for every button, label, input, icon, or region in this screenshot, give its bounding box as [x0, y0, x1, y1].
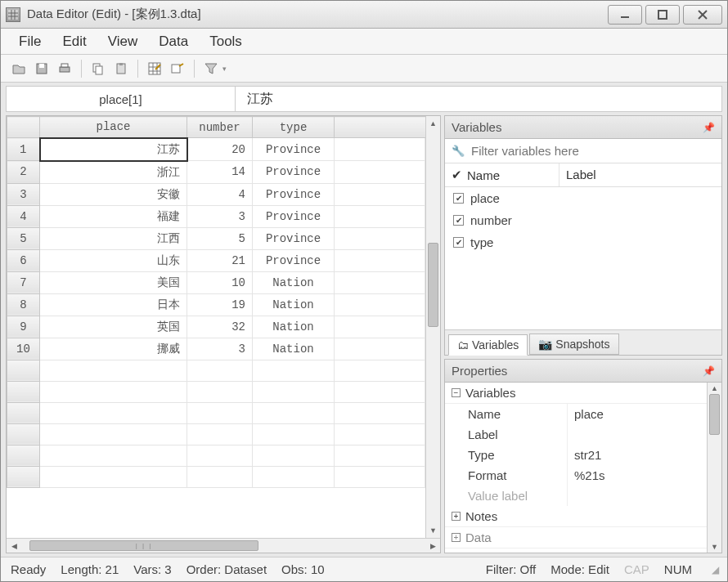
- close-button[interactable]: [683, 5, 722, 25]
- property-value[interactable]: %21s: [568, 465, 707, 486]
- maximize-button[interactable]: [645, 5, 680, 25]
- scroll-right-icon[interactable]: ▶: [425, 542, 440, 550]
- grid-edit-icon[interactable]: [145, 59, 164, 78]
- cell-place[interactable]: 日本: [40, 293, 187, 316]
- checkbox-icon[interactable]: ✔: [453, 193, 464, 204]
- scroll-hthumb[interactable]: | | |: [29, 540, 258, 551]
- pin-icon[interactable]: 📌: [703, 365, 715, 377]
- property-row[interactable]: Typestr21: [445, 445, 707, 465]
- cell-type[interactable]: Province: [253, 183, 335, 205]
- scroll-thumb[interactable]: [428, 243, 438, 327]
- row-header[interactable]: 8: [7, 293, 40, 316]
- properties-scrollbar[interactable]: ▲ ▼: [707, 383, 721, 553]
- checkbox-icon[interactable]: ✔: [453, 237, 464, 248]
- variables-filter-input[interactable]: [471, 144, 715, 158]
- copy-icon[interactable]: [88, 59, 108, 78]
- property-value[interactable]: [568, 486, 707, 506]
- row-header[interactable]: 5: [7, 227, 40, 249]
- filter-icon[interactable]: [201, 59, 221, 78]
- menu-edit[interactable]: Edit: [56, 30, 92, 53]
- row-header[interactable]: 10: [7, 338, 40, 360]
- row-header[interactable]: 6: [7, 249, 40, 271]
- expand-icon[interactable]: +: [452, 533, 461, 542]
- row-header[interactable]: 2: [7, 161, 40, 184]
- cell-number[interactable]: 19: [187, 293, 253, 316]
- tab-variables[interactable]: 🗂 Variables: [448, 334, 528, 356]
- row-header[interactable]: 9: [7, 316, 40, 338]
- cell-type[interactable]: Province: [253, 138, 335, 161]
- table-row[interactable]: 1江苏20Province: [7, 138, 425, 161]
- grid-vertical-scrollbar[interactable]: ▲ ▼: [425, 116, 440, 538]
- tab-snapshots[interactable]: 📷 Snapshots: [529, 334, 618, 355]
- cell-type[interactable]: Province: [253, 249, 335, 271]
- variable-item[interactable]: ✔number: [445, 209, 721, 231]
- cell-number[interactable]: 20: [187, 138, 253, 161]
- table-row[interactable]: 10挪威3Nation: [7, 338, 425, 360]
- table-row[interactable]: 9英国32Nation: [7, 316, 425, 338]
- col-header-number[interactable]: number: [187, 117, 253, 138]
- menu-view[interactable]: View: [101, 30, 145, 53]
- cell-place[interactable]: 江苏: [40, 138, 187, 161]
- cell-value-input[interactable]: 江苏: [236, 87, 721, 111]
- label-icon[interactable]: [168, 59, 187, 78]
- property-value[interactable]: place: [568, 404, 707, 424]
- scroll-up-icon[interactable]: ▲: [708, 383, 721, 394]
- cell-place[interactable]: 山东: [40, 249, 187, 271]
- props-group-variables[interactable]: − Variables: [445, 383, 707, 404]
- col-header-place[interactable]: place: [40, 117, 187, 138]
- row-header[interactable]: 7: [7, 271, 40, 293]
- grid-horizontal-scrollbar[interactable]: ◀ | | | ▶: [7, 538, 440, 553]
- cell-type[interactable]: Province: [253, 161, 335, 184]
- cell-number[interactable]: 21: [187, 249, 253, 271]
- cell-place[interactable]: 美国: [40, 271, 187, 293]
- col-header-type[interactable]: type: [253, 117, 335, 138]
- paste-icon[interactable]: [111, 59, 131, 78]
- menu-file[interactable]: File: [12, 30, 47, 53]
- scroll-down-icon[interactable]: ▼: [426, 523, 440, 538]
- props-group-data[interactable]: + Data: [445, 527, 707, 548]
- menu-tools[interactable]: Tools: [203, 30, 249, 53]
- props-group-notes[interactable]: + Notes: [445, 506, 707, 527]
- cell-number[interactable]: 14: [187, 161, 253, 184]
- scroll-down-icon[interactable]: ▼: [708, 541, 721, 553]
- cell-place[interactable]: 江西: [40, 227, 187, 249]
- table-row[interactable]: 3安徽4Province: [7, 183, 425, 205]
- scroll-up-icon[interactable]: ▲: [426, 116, 440, 131]
- cell-number[interactable]: 10: [187, 271, 253, 293]
- cell-type[interactable]: Province: [253, 205, 335, 227]
- checkbox-icon[interactable]: ✔: [453, 215, 464, 226]
- row-header[interactable]: 4: [7, 205, 40, 227]
- table-row[interactable]: 4福建3Province: [7, 205, 425, 227]
- cell-number[interactable]: 3: [187, 338, 253, 360]
- table-row[interactable]: 2浙江14Province: [7, 161, 425, 184]
- scroll-thumb[interactable]: [709, 394, 720, 435]
- var-col-label[interactable]: Label: [559, 163, 721, 186]
- row-header[interactable]: 3: [7, 183, 40, 205]
- wrench-icon[interactable]: 🔧: [452, 145, 465, 157]
- property-row[interactable]: Nameplace: [445, 404, 707, 424]
- property-value[interactable]: str21: [568, 445, 707, 465]
- property-value[interactable]: [568, 424, 707, 445]
- cell-number[interactable]: 4: [187, 183, 253, 205]
- check-all-icon[interactable]: ✔: [452, 168, 462, 182]
- cell-type[interactable]: Nation: [253, 271, 335, 293]
- cell-number[interactable]: 5: [187, 227, 253, 249]
- property-row[interactable]: Value label: [445, 486, 707, 506]
- filter-dropdown-icon[interactable]: ▾: [222, 65, 227, 73]
- cell-type[interactable]: Nation: [253, 293, 335, 316]
- cell-place[interactable]: 安徽: [40, 183, 187, 205]
- property-row[interactable]: Label: [445, 424, 707, 445]
- minimize-button[interactable]: [608, 5, 642, 25]
- var-col-name[interactable]: Name: [467, 168, 500, 182]
- data-grid[interactable]: place number type 1江苏20Province2浙江14Prov…: [7, 116, 425, 538]
- pin-icon[interactable]: 📌: [703, 122, 715, 133]
- collapse-icon[interactable]: −: [452, 388, 461, 397]
- table-row[interactable]: 5江西5Province: [7, 227, 425, 249]
- property-row[interactable]: Format%21s: [445, 465, 707, 486]
- save-icon[interactable]: [32, 59, 52, 78]
- cell-place[interactable]: 挪威: [40, 338, 187, 360]
- table-row[interactable]: 7美国10Nation: [7, 271, 425, 293]
- cell-type[interactable]: Nation: [253, 338, 335, 360]
- resize-grip-icon[interactable]: ◢: [712, 564, 717, 575]
- print-icon[interactable]: [55, 59, 74, 78]
